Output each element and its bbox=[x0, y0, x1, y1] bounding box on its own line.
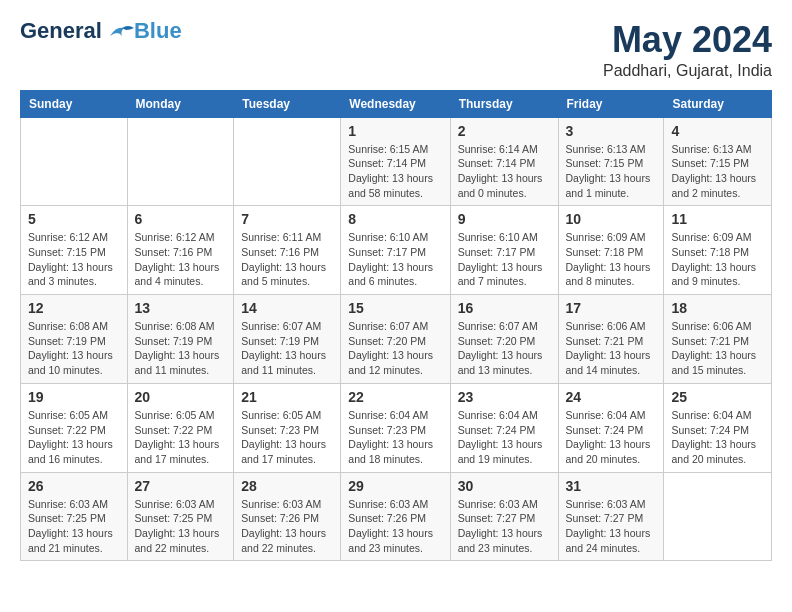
day-info: Sunrise: 6:07 AM Sunset: 7:20 PM Dayligh… bbox=[458, 319, 551, 378]
day-number: 19 bbox=[28, 389, 120, 405]
calendar-cell bbox=[21, 117, 128, 206]
header-saturday: Saturday bbox=[664, 90, 772, 117]
header-friday: Friday bbox=[558, 90, 664, 117]
calendar-week-row: 26Sunrise: 6:03 AM Sunset: 7:25 PM Dayli… bbox=[21, 472, 772, 561]
month-year-title: May 2024 bbox=[603, 20, 772, 60]
day-info: Sunrise: 6:05 AM Sunset: 7:23 PM Dayligh… bbox=[241, 408, 333, 467]
day-info: Sunrise: 6:08 AM Sunset: 7:19 PM Dayligh… bbox=[28, 319, 120, 378]
day-number: 30 bbox=[458, 478, 551, 494]
day-info: Sunrise: 6:05 AM Sunset: 7:22 PM Dayligh… bbox=[135, 408, 227, 467]
calendar-cell: 2Sunrise: 6:14 AM Sunset: 7:14 PM Daylig… bbox=[450, 117, 558, 206]
logo-text: General bbox=[20, 20, 102, 42]
day-info: Sunrise: 6:03 AM Sunset: 7:25 PM Dayligh… bbox=[28, 497, 120, 556]
calendar-cell: 27Sunrise: 6:03 AM Sunset: 7:25 PM Dayli… bbox=[127, 472, 234, 561]
calendar-cell: 31Sunrise: 6:03 AM Sunset: 7:27 PM Dayli… bbox=[558, 472, 664, 561]
day-number: 25 bbox=[671, 389, 764, 405]
logo-bird-icon bbox=[102, 22, 134, 40]
day-number: 27 bbox=[135, 478, 227, 494]
day-number: 18 bbox=[671, 300, 764, 316]
logo: General Blue bbox=[20, 20, 182, 42]
day-number: 11 bbox=[671, 211, 764, 227]
day-info: Sunrise: 6:15 AM Sunset: 7:14 PM Dayligh… bbox=[348, 142, 442, 201]
header-sunday: Sunday bbox=[21, 90, 128, 117]
calendar-cell: 11Sunrise: 6:09 AM Sunset: 7:18 PM Dayli… bbox=[664, 206, 772, 295]
calendar-header-row: SundayMondayTuesdayWednesdayThursdayFrid… bbox=[21, 90, 772, 117]
day-number: 8 bbox=[348, 211, 442, 227]
header-monday: Monday bbox=[127, 90, 234, 117]
calendar-cell: 19Sunrise: 6:05 AM Sunset: 7:22 PM Dayli… bbox=[21, 383, 128, 472]
calendar-cell: 10Sunrise: 6:09 AM Sunset: 7:18 PM Dayli… bbox=[558, 206, 664, 295]
day-info: Sunrise: 6:14 AM Sunset: 7:14 PM Dayligh… bbox=[458, 142, 551, 201]
day-number: 1 bbox=[348, 123, 442, 139]
day-info: Sunrise: 6:03 AM Sunset: 7:25 PM Dayligh… bbox=[135, 497, 227, 556]
day-info: Sunrise: 6:03 AM Sunset: 7:27 PM Dayligh… bbox=[458, 497, 551, 556]
calendar-cell bbox=[234, 117, 341, 206]
calendar-week-row: 5Sunrise: 6:12 AM Sunset: 7:15 PM Daylig… bbox=[21, 206, 772, 295]
day-info: Sunrise: 6:03 AM Sunset: 7:27 PM Dayligh… bbox=[566, 497, 657, 556]
day-number: 10 bbox=[566, 211, 657, 227]
calendar-cell: 25Sunrise: 6:04 AM Sunset: 7:24 PM Dayli… bbox=[664, 383, 772, 472]
day-info: Sunrise: 6:03 AM Sunset: 7:26 PM Dayligh… bbox=[348, 497, 442, 556]
calendar-cell: 9Sunrise: 6:10 AM Sunset: 7:17 PM Daylig… bbox=[450, 206, 558, 295]
calendar-cell: 14Sunrise: 6:07 AM Sunset: 7:19 PM Dayli… bbox=[234, 295, 341, 384]
day-number: 4 bbox=[671, 123, 764, 139]
calendar-cell: 8Sunrise: 6:10 AM Sunset: 7:17 PM Daylig… bbox=[341, 206, 450, 295]
calendar-cell: 6Sunrise: 6:12 AM Sunset: 7:16 PM Daylig… bbox=[127, 206, 234, 295]
page-header: General Blue May 2024 Paddhari, Gujarat,… bbox=[20, 20, 772, 80]
calendar-cell: 28Sunrise: 6:03 AM Sunset: 7:26 PM Dayli… bbox=[234, 472, 341, 561]
calendar-week-row: 1Sunrise: 6:15 AM Sunset: 7:14 PM Daylig… bbox=[21, 117, 772, 206]
calendar-cell: 21Sunrise: 6:05 AM Sunset: 7:23 PM Dayli… bbox=[234, 383, 341, 472]
calendar-cell: 7Sunrise: 6:11 AM Sunset: 7:16 PM Daylig… bbox=[234, 206, 341, 295]
day-number: 9 bbox=[458, 211, 551, 227]
header-thursday: Thursday bbox=[450, 90, 558, 117]
day-number: 16 bbox=[458, 300, 551, 316]
location-subtitle: Paddhari, Gujarat, India bbox=[603, 62, 772, 80]
day-number: 2 bbox=[458, 123, 551, 139]
calendar-cell: 15Sunrise: 6:07 AM Sunset: 7:20 PM Dayli… bbox=[341, 295, 450, 384]
calendar-cell: 24Sunrise: 6:04 AM Sunset: 7:24 PM Dayli… bbox=[558, 383, 664, 472]
day-info: Sunrise: 6:04 AM Sunset: 7:23 PM Dayligh… bbox=[348, 408, 442, 467]
day-number: 15 bbox=[348, 300, 442, 316]
day-info: Sunrise: 6:07 AM Sunset: 7:20 PM Dayligh… bbox=[348, 319, 442, 378]
calendar-cell: 3Sunrise: 6:13 AM Sunset: 7:15 PM Daylig… bbox=[558, 117, 664, 206]
day-number: 5 bbox=[28, 211, 120, 227]
calendar-cell: 13Sunrise: 6:08 AM Sunset: 7:19 PM Dayli… bbox=[127, 295, 234, 384]
day-info: Sunrise: 6:09 AM Sunset: 7:18 PM Dayligh… bbox=[566, 230, 657, 289]
day-info: Sunrise: 6:07 AM Sunset: 7:19 PM Dayligh… bbox=[241, 319, 333, 378]
day-info: Sunrise: 6:12 AM Sunset: 7:16 PM Dayligh… bbox=[135, 230, 227, 289]
calendar-cell: 22Sunrise: 6:04 AM Sunset: 7:23 PM Dayli… bbox=[341, 383, 450, 472]
title-section: May 2024 Paddhari, Gujarat, India bbox=[603, 20, 772, 80]
calendar-cell: 5Sunrise: 6:12 AM Sunset: 7:15 PM Daylig… bbox=[21, 206, 128, 295]
day-number: 3 bbox=[566, 123, 657, 139]
day-number: 17 bbox=[566, 300, 657, 316]
calendar-cell: 29Sunrise: 6:03 AM Sunset: 7:26 PM Dayli… bbox=[341, 472, 450, 561]
calendar-cell: 23Sunrise: 6:04 AM Sunset: 7:24 PM Dayli… bbox=[450, 383, 558, 472]
calendar-week-row: 12Sunrise: 6:08 AM Sunset: 7:19 PM Dayli… bbox=[21, 295, 772, 384]
day-number: 21 bbox=[241, 389, 333, 405]
day-info: Sunrise: 6:05 AM Sunset: 7:22 PM Dayligh… bbox=[28, 408, 120, 467]
calendar-week-row: 19Sunrise: 6:05 AM Sunset: 7:22 PM Dayli… bbox=[21, 383, 772, 472]
day-number: 22 bbox=[348, 389, 442, 405]
calendar-cell: 16Sunrise: 6:07 AM Sunset: 7:20 PM Dayli… bbox=[450, 295, 558, 384]
calendar-cell: 26Sunrise: 6:03 AM Sunset: 7:25 PM Dayli… bbox=[21, 472, 128, 561]
day-number: 12 bbox=[28, 300, 120, 316]
logo-blue-text: Blue bbox=[134, 20, 182, 42]
calendar-cell bbox=[127, 117, 234, 206]
day-info: Sunrise: 6:13 AM Sunset: 7:15 PM Dayligh… bbox=[566, 142, 657, 201]
day-number: 26 bbox=[28, 478, 120, 494]
day-info: Sunrise: 6:04 AM Sunset: 7:24 PM Dayligh… bbox=[566, 408, 657, 467]
day-number: 23 bbox=[458, 389, 551, 405]
calendar-cell: 17Sunrise: 6:06 AM Sunset: 7:21 PM Dayli… bbox=[558, 295, 664, 384]
calendar-cell: 20Sunrise: 6:05 AM Sunset: 7:22 PM Dayli… bbox=[127, 383, 234, 472]
calendar-cell: 4Sunrise: 6:13 AM Sunset: 7:15 PM Daylig… bbox=[664, 117, 772, 206]
day-info: Sunrise: 6:10 AM Sunset: 7:17 PM Dayligh… bbox=[348, 230, 442, 289]
day-info: Sunrise: 6:06 AM Sunset: 7:21 PM Dayligh… bbox=[671, 319, 764, 378]
day-number: 7 bbox=[241, 211, 333, 227]
day-number: 31 bbox=[566, 478, 657, 494]
day-info: Sunrise: 6:04 AM Sunset: 7:24 PM Dayligh… bbox=[458, 408, 551, 467]
day-info: Sunrise: 6:08 AM Sunset: 7:19 PM Dayligh… bbox=[135, 319, 227, 378]
calendar-cell: 12Sunrise: 6:08 AM Sunset: 7:19 PM Dayli… bbox=[21, 295, 128, 384]
day-number: 28 bbox=[241, 478, 333, 494]
day-info: Sunrise: 6:06 AM Sunset: 7:21 PM Dayligh… bbox=[566, 319, 657, 378]
day-info: Sunrise: 6:11 AM Sunset: 7:16 PM Dayligh… bbox=[241, 230, 333, 289]
